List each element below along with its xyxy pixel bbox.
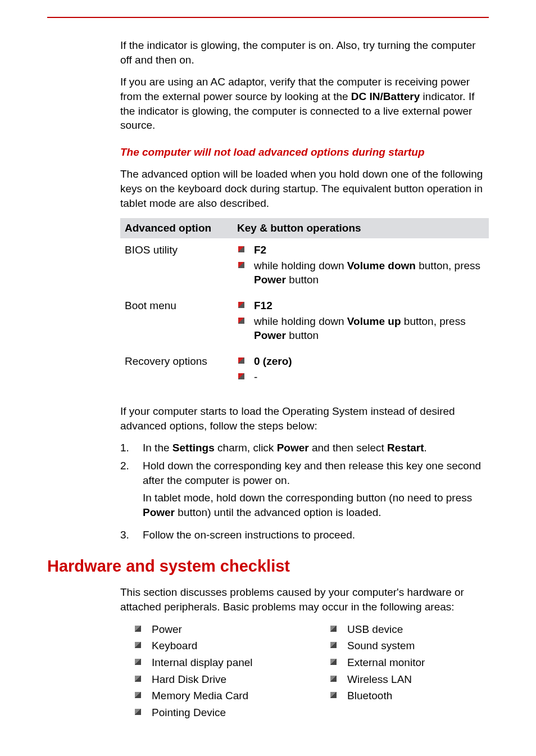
key-list: F2 while holding down Volume down button… <box>237 243 484 287</box>
text: Follow the on-screen instructions to pro… <box>143 529 355 541</box>
checklist-left: Power Keyboard Internal display panel Ha… <box>120 622 293 722</box>
bold: Volume down <box>347 260 416 271</box>
text: button <box>286 274 319 286</box>
bold: Power <box>277 442 309 454</box>
table-header-advanced-option: Advanced option <box>120 218 233 238</box>
bold: Volume up <box>347 315 401 327</box>
paragraph-indicator: If the indicator is glowing, the compute… <box>120 38 489 67</box>
text: In the <box>143 442 172 454</box>
text: button, press <box>416 260 480 271</box>
table-row: Boot menu F12 while holding down Volume … <box>120 294 489 350</box>
row-label-bios: BIOS utility <box>120 238 233 294</box>
bold: Settings <box>172 442 215 454</box>
list-item: while holding down Volume up button, pre… <box>237 314 484 343</box>
list-item: Hard Disk Drive <box>120 672 293 687</box>
paragraph-ac-adaptor: If you are using an AC adaptor, verify t… <box>120 75 489 133</box>
table-row: BIOS utility F2 while holding down Volum… <box>120 238 489 294</box>
table-header-key-button: Key & button operations <box>233 218 489 238</box>
list-item: F2 <box>237 243 484 257</box>
text: button <box>286 329 319 341</box>
heading-hardware-checklist: Hardware and system checklist <box>47 555 489 577</box>
key-f2: F2 <box>254 244 266 256</box>
text: and then select <box>309 442 387 454</box>
text: button, press <box>401 315 466 327</box>
bold: Restart <box>387 442 424 454</box>
list-item: Sound system <box>316 639 489 653</box>
bold: Power <box>254 329 286 341</box>
list-item: USB device <box>316 622 489 637</box>
text: Hold down the corresponding key and then… <box>143 460 481 486</box>
key-list: 0 (zero) - <box>237 354 484 384</box>
step-2-sub: In tablet mode, hold down the correspond… <box>143 491 489 519</box>
step-3: Follow the on-screen instructions to pro… <box>120 528 489 542</box>
step-2: Hold down the corresponding key and then… <box>120 459 489 520</box>
key-zero: 0 (zero) <box>254 355 292 367</box>
checklist-right: USB device Sound system External monitor… <box>316 622 489 722</box>
paragraph-hw-intro: This section discusses problems caused b… <box>120 585 489 614</box>
list-item: Pointing Device <box>120 705 293 720</box>
key-list: F12 while holding down Volume up button,… <box>237 298 484 343</box>
steps-list: In the Settings charm, click Power and t… <box>120 441 489 542</box>
top-rule <box>47 17 489 18</box>
text: . <box>424 442 427 454</box>
paragraph-fallback: If your computer starts to load the Oper… <box>120 404 489 433</box>
key-f12: F12 <box>254 300 272 311</box>
list-item: Bluetooth <box>316 689 489 703</box>
row-label-recovery: Recovery options <box>120 350 233 391</box>
table-row: Recovery options 0 (zero) - <box>120 350 489 391</box>
heading-no-load: The computer will not load advanced opti… <box>120 145 489 160</box>
list-item: Wireless LAN <box>316 672 489 687</box>
list-item: Keyboard <box>120 639 293 653</box>
list-item: F12 <box>237 298 484 313</box>
list-item: Internal display panel <box>120 655 293 670</box>
dash: - <box>254 371 257 383</box>
step-1: In the Settings charm, click Power and t… <box>120 441 489 455</box>
text: while holding down <box>254 260 347 271</box>
checklist-columns: Power Keyboard Internal display panel Ha… <box>120 622 489 722</box>
text: In tablet mode, hold down the correspond… <box>143 492 472 504</box>
list-item: while holding down Volume down button, p… <box>237 259 484 287</box>
list-item: Memory Media Card <box>120 689 293 703</box>
bold-dc-in-battery: DC IN/Battery <box>351 90 420 102</box>
text: charm, click <box>215 442 277 454</box>
text: while holding down <box>254 315 347 327</box>
bold: Power <box>254 274 286 286</box>
list-item: 0 (zero) <box>237 354 484 369</box>
list-item: Power <box>120 622 293 637</box>
text: button) until the advanced option is loa… <box>175 506 381 518</box>
paragraph-advanced-intro: The advanced option will be loaded when … <box>120 167 489 210</box>
bold: Power <box>143 506 175 518</box>
list-item: External monitor <box>316 655 489 670</box>
advanced-options-table: Advanced option Key & button operations … <box>120 218 489 391</box>
row-label-boot: Boot menu <box>120 294 233 350</box>
list-item: - <box>237 370 484 384</box>
